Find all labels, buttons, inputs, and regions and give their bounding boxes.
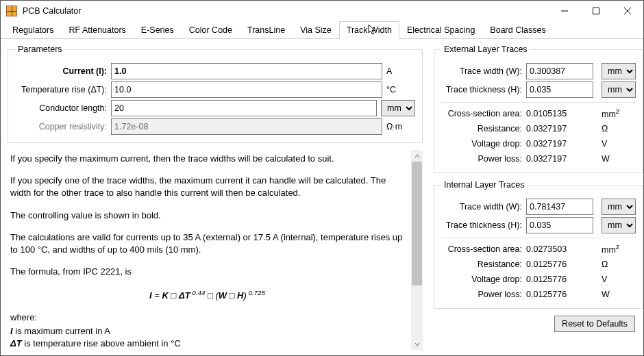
ext-v-unit: V — [602, 139, 636, 149]
ext-h-label: Trace thickness (H): — [441, 85, 522, 94]
rho-label: Copper resistivity: — [15, 122, 107, 131]
tab-bar: Regulators RF Attenuators E-Series Color… — [1, 21, 643, 39]
ext-w-input[interactable] — [526, 63, 593, 79]
int-h-label: Trace thickness (H): — [441, 220, 522, 230]
dt-label: Temperature rise (ΔT): — [15, 85, 107, 94]
app-icon — [6, 5, 17, 16]
external-legend: External Layer Traces — [441, 44, 530, 54]
int-w-input[interactable] — [526, 199, 593, 215]
footer: Reset to Defaults — [434, 316, 636, 333]
ext-p-label: Power loss: — [441, 154, 522, 164]
ext-r-unit: Ω — [602, 124, 636, 134]
int-h-input[interactable] — [526, 217, 593, 233]
int-r-value: 0.0125776 — [526, 259, 593, 269]
int-p-value: 0.0125776 — [526, 290, 593, 299]
int-w-label: Trace width (W): — [441, 202, 522, 212]
tab-e-series[interactable]: E-Series — [134, 21, 182, 39]
ext-area-label: Cross-section area: — [441, 109, 522, 118]
int-v-unit: V — [602, 275, 636, 284]
separator — [441, 238, 636, 238]
int-r-label: Resistance: — [441, 259, 522, 269]
svg-rect-0 — [593, 8, 599, 14]
internal-traces-group: Internal Layer Traces Trace width (W): m… — [434, 180, 643, 309]
ext-v-value: 0.0327197 — [526, 139, 593, 149]
rho-input — [111, 118, 382, 135]
scroll-thumb[interactable] — [412, 162, 422, 285]
description-text: If you specify the maximum current, then… — [8, 150, 411, 350]
ext-h-input[interactable] — [526, 81, 593, 98]
body: Parameters Current (I): A Temperature ri… — [1, 39, 643, 355]
close-button[interactable] — [612, 1, 643, 21]
ext-r-label: Resistance: — [441, 124, 522, 134]
description-scrollbar[interactable] — [411, 150, 423, 350]
int-v-label: Voltage drop: — [441, 275, 522, 284]
scroll-up-icon[interactable] — [411, 150, 423, 162]
app-window: PCB Calculator Regulators RF Attenuators… — [0, 0, 644, 356]
ext-v-label: Voltage drop: — [441, 139, 522, 149]
current-input[interactable] — [111, 63, 382, 79]
current-label: Current (I): — [15, 66, 107, 76]
reset-button[interactable]: Reset to Defaults — [554, 316, 635, 332]
description-wrap: If you specify the maximum current, then… — [8, 150, 423, 350]
int-p-unit: W — [602, 290, 636, 299]
maximize-button[interactable] — [580, 1, 612, 21]
ext-area-unit: mm2 — [602, 108, 636, 119]
tab-track-width[interactable]: Track Width — [339, 21, 399, 39]
rho-unit: Ω·m — [386, 122, 415, 131]
current-unit: A — [386, 66, 415, 76]
ext-h-unit-select[interactable]: mm — [602, 81, 636, 98]
internal-legend: Internal Layer Traces — [441, 180, 527, 190]
int-area-value: 0.0273503 — [526, 244, 593, 254]
tab-track-width-label: Track Width — [347, 25, 392, 35]
tab-via-size[interactable]: Via Size — [293, 21, 339, 39]
dt-input[interactable] — [111, 81, 382, 98]
right-column: External Layer Traces Trace width (W): m… — [434, 44, 636, 350]
ext-w-label: Trace width (W): — [441, 66, 522, 76]
scroll-track[interactable] — [411, 162, 423, 338]
tab-transline[interactable]: TransLine — [240, 21, 293, 39]
int-area-unit: mm2 — [602, 244, 636, 255]
ext-p-value: 0.0327197 — [526, 154, 593, 164]
separator — [441, 102, 636, 103]
tab-color-code[interactable]: Color Code — [182, 21, 240, 39]
len-label: Conductor length: — [15, 103, 107, 113]
title-bar: PCB Calculator — [1, 1, 643, 21]
left-column: Parameters Current (I): A Temperature ri… — [8, 44, 423, 350]
scroll-down-icon[interactable] — [411, 338, 423, 350]
external-traces-group: External Layer Traces Trace width (W): m… — [434, 44, 643, 173]
int-r-unit: Ω — [602, 259, 636, 269]
len-input[interactable] — [111, 100, 377, 116]
len-unit-select[interactable]: mm — [381, 100, 415, 116]
tab-board-classes[interactable]: Board Classes — [482, 21, 553, 39]
window-title: PCB Calculator — [23, 6, 549, 16]
minimize-button[interactable] — [549, 1, 580, 21]
int-w-unit-select[interactable]: mm — [602, 199, 636, 215]
ext-w-unit-select[interactable]: mm — [602, 63, 636, 79]
int-p-label: Power loss: — [441, 290, 522, 299]
int-v-value: 0.0125776 — [526, 275, 593, 284]
ext-p-unit: W — [602, 154, 636, 164]
ext-area-value: 0.0105135 — [526, 109, 593, 118]
tab-electrical-spacing[interactable]: Electrical Spacing — [399, 21, 482, 39]
parameters-group: Parameters Current (I): A Temperature ri… — [8, 44, 423, 143]
int-area-label: Cross-section area: — [441, 244, 522, 254]
dt-unit: °C — [386, 85, 415, 94]
parameters-legend: Parameters — [15, 44, 65, 54]
tab-rf-attenuators[interactable]: RF Attenuators — [61, 21, 133, 39]
int-h-unit-select[interactable]: mm — [602, 217, 636, 233]
tab-regulators[interactable]: Regulators — [5, 21, 61, 39]
ext-r-value: 0.0327197 — [526, 124, 593, 134]
